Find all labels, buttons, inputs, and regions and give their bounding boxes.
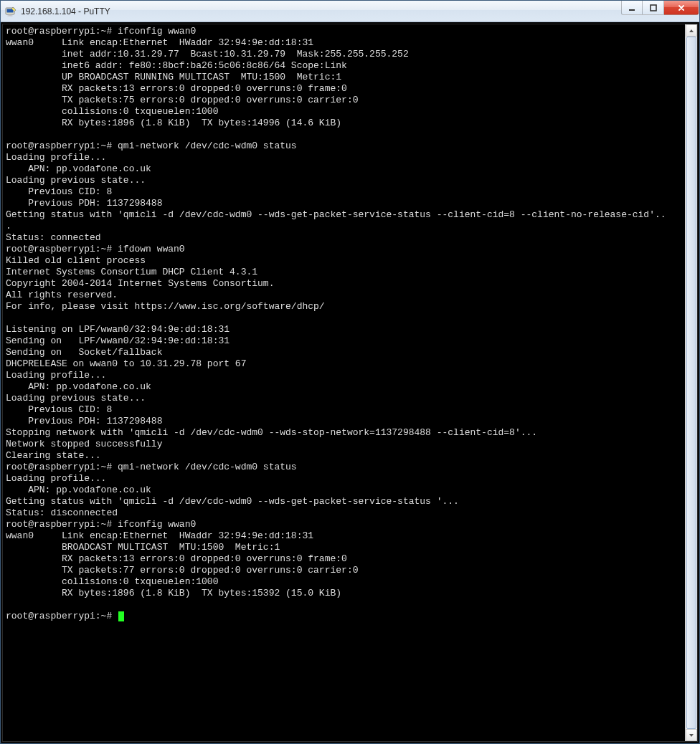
terminal-line: APN: pp.vodafone.co.uk [6, 485, 682, 496]
terminal-line: RX packets:13 errors:0 dropped:0 overrun… [6, 553, 682, 565]
scroll-thumb[interactable] [686, 37, 696, 729]
terminal-line: Previous PDH: 1137298488 [6, 416, 682, 427]
terminal-line: root@raspberrypi:~# ifconfig wwan0 [6, 519, 682, 530]
terminal-line: Loading previous state... [6, 393, 682, 404]
terminal-line: Sending on Socket/fallback [6, 347, 682, 358]
terminal-line: Killed old client process [6, 255, 682, 267]
titlebar[interactable]: 192.168.1.104 - PuTTY [1, 1, 699, 22]
terminal-line: Previous CID: 8 [6, 186, 682, 198]
terminal-line: root@raspberrypi:~# ifdown wwan0 [6, 244, 682, 255]
terminal-line: RX bytes:1896 (1.8 KiB) TX bytes:14996 (… [6, 118, 682, 129]
terminal-line: wwan0 Link encap:Ethernet HWaddr 32:94:9… [6, 37, 682, 49]
putty-window: 192.168.1.104 - PuTTY root@raspberrypi:~… [0, 0, 700, 744]
window-controls [621, 1, 699, 16]
terminal-line: Loading profile... [6, 473, 682, 485]
terminal-line: DHCPRELEASE on wwan0 to 10.31.29.78 port… [6, 358, 682, 370]
minimize-button[interactable] [621, 1, 643, 15]
terminal-line: Sending on LPF/wwan0/32:94:9e:dd:18:31 [6, 335, 682, 347]
terminal-line: Network stopped successfully [6, 439, 682, 450]
terminal-line: wwan0 Link encap:Ethernet HWaddr 32:94:9… [6, 530, 682, 542]
terminal-line: Getting status with 'qmicli -d /dev/cdc-… [6, 496, 682, 507]
terminal-line: Status: connected [6, 232, 682, 244]
terminal-line: Loading profile... [6, 152, 682, 163]
scroll-down-button[interactable] [686, 729, 697, 741]
prompt: root@raspberrypi:~# [6, 611, 118, 621]
terminal-line: TX packets:75 errors:0 dropped:0 overrun… [6, 95, 682, 106]
terminal-line: . [6, 221, 682, 232]
svg-rect-2 [9, 14, 11, 16]
svg-rect-5 [651, 5, 656, 11]
terminal-line: Loading profile... [6, 370, 682, 381]
svg-rect-4 [629, 9, 635, 11]
terminal-line: APN: pp.vodafone.co.uk [6, 381, 682, 393]
terminal-line: collisions:0 txqueuelen:1000 [6, 576, 682, 588]
terminal-line: inet6 addr: fe80::8bcf:ba26:5c06:8c86/64… [6, 60, 682, 72]
terminal-line: Getting status with 'qmicli -d /dev/cdc-… [6, 209, 682, 221]
terminal-line: Previous CID: 8 [6, 404, 682, 416]
window-title: 192.168.1.104 - PuTTY [21, 6, 699, 16]
terminal-line: collisions:0 txqueuelen:1000 [6, 106, 682, 118]
terminal-line: UP BROADCAST RUNNING MULTICAST MTU:1500 … [6, 72, 682, 83]
terminal[interactable]: root@raspberrypi:~# ifconfig wwan0wwan0 … [3, 24, 685, 741]
terminal-line: RX packets:13 errors:0 dropped:0 overrun… [6, 83, 682, 95]
terminal-line [6, 599, 682, 611]
scroll-track[interactable] [686, 37, 697, 729]
terminal-line: Clearing state... [6, 450, 682, 462]
cursor [118, 611, 124, 621]
terminal-line: RX bytes:1896 (1.8 KiB) TX bytes:15392 (… [6, 588, 682, 599]
terminal-line: Loading previous state... [6, 175, 682, 186]
terminal-line: All rights reserved. [6, 290, 682, 301]
terminal-line: Internet Systems Consortium DHCP Client … [6, 267, 682, 278]
terminal-line: Status: disconnected [6, 507, 682, 519]
terminal-prompt-line: root@raspberrypi:~# [6, 611, 682, 622]
terminal-line: APN: pp.vodafone.co.uk [6, 163, 682, 175]
svg-rect-3 [8, 15, 13, 16]
putty-icon [5, 6, 16, 17]
terminal-line: Stopping network with 'qmicli -d /dev/cd… [6, 427, 682, 439]
maximize-button[interactable] [643, 1, 664, 15]
terminal-line: Listening on LPF/wwan0/32:94:9e:dd:18:31 [6, 324, 682, 335]
terminal-line: Previous PDH: 1137298488 [6, 198, 682, 209]
terminal-line: root@raspberrypi:~# qmi-network /dev/cdc… [6, 462, 682, 473]
terminal-line: BROADCAST MULTICAST MTU:1500 Metric:1 [6, 542, 682, 553]
close-button[interactable] [664, 1, 699, 15]
terminal-line: TX packets:77 errors:0 dropped:0 overrun… [6, 565, 682, 576]
terminal-line [6, 129, 682, 140]
scroll-up-button[interactable] [686, 24, 697, 37]
terminal-line: Copyright 2004-2014 Internet Systems Con… [6, 278, 682, 290]
terminal-line: root@raspberrypi:~# ifconfig wwan0 [6, 26, 682, 37]
terminal-container: root@raspberrypi:~# ifconfig wwan0wwan0 … [2, 24, 698, 742]
scrollbar[interactable] [685, 24, 697, 741]
terminal-line: inet addr:10.31.29.77 Bcast:10.31.29.79 … [6, 49, 682, 60]
terminal-line [6, 313, 682, 324]
terminal-line: For info, please visit https://www.isc.o… [6, 301, 682, 313]
terminal-line: root@raspberrypi:~# qmi-network /dev/cdc… [6, 140, 682, 152]
